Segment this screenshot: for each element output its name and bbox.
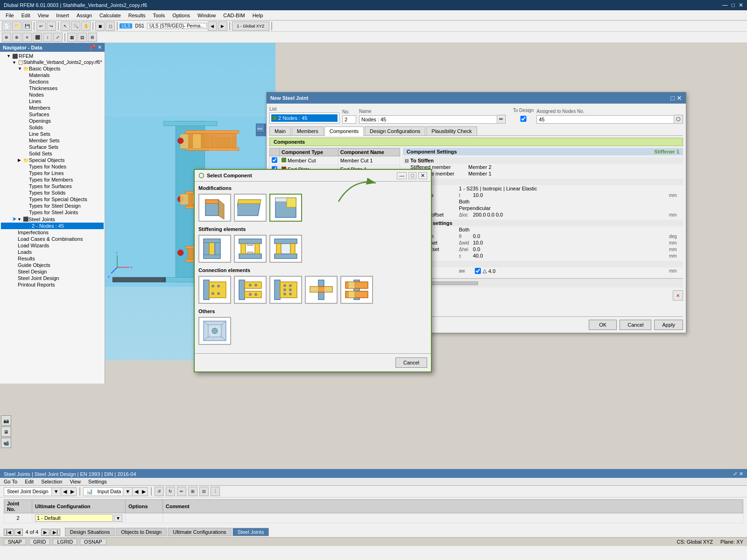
tree-lines[interactable]: Lines [1,98,104,105]
stiff-icon-3[interactable] [269,235,302,263]
tree-membersets[interactable]: Member Sets [1,137,104,144]
minimize-btn[interactable]: — [722,2,728,8]
tree-load-cases[interactable]: Load Cases & Combinations [1,236,104,242]
tree-nodes[interactable]: Nodes [1,91,104,98]
bottom-tb-1[interactable]: ↺ [155,487,164,496]
mod-icon-3[interactable] [269,194,302,222]
menu-help[interactable]: Help [249,12,267,19]
cancel-btn[interactable]: Cancel [620,320,651,330]
bottom-table-row-1[interactable]: 2 ▼ [4,513,743,523]
tree-imperfections[interactable]: Imperfections [1,229,104,236]
tab-objects-to-design[interactable]: Objects to Design [116,528,167,536]
bottom-close-btn[interactable]: ✕ [739,471,743,477]
menu-assign[interactable]: Assign [73,12,96,19]
bottom-menu-settings[interactable]: Settings [88,479,107,484]
status-osnap[interactable]: OSNAP [80,539,106,545]
tree-types-special[interactable]: Types for Special Objects [1,196,104,203]
load-combo[interactable]: ULS (STR/GEO)- Perma... [147,23,207,29]
nav-close-btn[interactable]: ✕ [98,44,102,50]
tb-render[interactable]: ◼ [95,21,105,31]
tree-solidsets[interactable]: Solid Sets [1,150,104,157]
nav-next[interactable]: ▶ [41,529,49,536]
section-toggle-stiffen[interactable]: ⊟ To Stiffen [403,157,683,164]
status-grid[interactable]: GRID [29,539,50,545]
tab-components[interactable]: Components [324,126,364,136]
tree-rfem[interactable]: ▼ ⬛ RFEM [1,53,104,59]
mod-icon-1[interactable] [198,194,231,222]
comp-row-1[interactable]: Member Cut Member Cut 1 [270,156,400,165]
nav-first[interactable]: |◀ [4,529,14,536]
bottom-tb-6[interactable]: ⋮ [211,487,220,496]
stiff-icon-2[interactable] [234,235,267,263]
tree-printout[interactable]: Printout Reports [1,281,104,288]
conn-icon-5[interactable] [340,276,373,304]
tb-next[interactable]: ▶ [218,21,227,31]
tb-coord[interactable]: 1 - Global XYZ [232,21,269,31]
list-item-1[interactable]: 2 Nodes : 45 [271,114,338,122]
bottom-dropdown-arrow[interactable]: ▼ [51,488,61,495]
tb-prev[interactable]: ◀ [208,21,217,31]
tree-arrow-basic[interactable]: ▼ [18,66,23,71]
tree-basic-objects[interactable]: ▼ 📁 Basic Objects [1,65,104,72]
tree-project[interactable]: ▼ 📋 Stahlhalle_Verband_Joints2_copy.rf6* [1,59,104,65]
section-toggle-plate[interactable]: ⊟ Plate [403,179,683,185]
menu-view[interactable]: View [34,12,53,19]
tb2-4[interactable]: ⬛ [33,33,42,42]
bottom-menu-selection[interactable]: Selection [41,479,62,484]
conn-icon-3[interactable] [269,276,302,304]
tree-types-lines[interactable]: Types for Lines [1,170,104,176]
tb2-7[interactable]: ▦ [67,33,77,42]
tree-types-nodes[interactable]: Types for Nodes [1,163,104,170]
tree-arrow-rfem[interactable]: ▼ [7,54,12,58]
close-btn[interactable]: ✕ [739,2,743,8]
no-input[interactable] [342,115,356,124]
tree-openings[interactable]: Openings [1,118,104,124]
tab-design-config[interactable]: Design Configurations [365,126,425,135]
tree-surfaces[interactable]: Surfaces [1,111,104,118]
conn-icon-2[interactable] [234,276,267,304]
tree-types-solids[interactable]: Types for Solids [1,189,104,196]
tb-save[interactable]: 💾 [22,21,32,31]
weld-checkbox[interactable] [475,268,481,274]
tree-steel-joints[interactable]: ➤ ▼ ⬛ Steel Joints [1,216,104,223]
tree-materials[interactable]: Materials [1,72,104,78]
conn-icon-1[interactable] [198,276,231,304]
bottom-data-arrow[interactable]: ▼ [123,488,132,495]
tb2-9[interactable]: ⊞ [88,33,97,42]
stiff-icon-1[interactable] [198,235,231,263]
tab-main[interactable]: Main [269,126,291,135]
tree-types-steel-design[interactable]: Types for Steel Design [1,203,104,209]
nav-last[interactable]: ▶| [50,529,60,536]
menu-window[interactable]: Window [194,12,219,19]
to-design-checkbox[interactable] [513,116,534,122]
menu-options[interactable]: Options [169,12,194,19]
dialog-close-btn[interactable]: ✕ [677,94,682,102]
bottom-menu-view[interactable]: View [70,479,81,484]
tb-zoom[interactable]: 🔍 [71,21,80,31]
name-input[interactable] [359,115,497,124]
conn-icon-4[interactable] [305,276,338,304]
tree-arrow-steel-joints[interactable]: ▼ [17,217,23,222]
tab-members[interactable]: Members [292,126,324,135]
select-comp-minimize[interactable]: — [397,172,407,179]
bottom-dropdown-next[interactable]: ▶ [69,488,76,496]
tb-redo[interactable]: ↪ [47,21,56,31]
nav-prev[interactable]: ◀ [14,529,23,536]
tree-loads[interactable]: Loads [1,249,104,255]
tab-steel-joints-bottom[interactable]: Steel Joints [233,528,269,536]
tree-steel-joint-design[interactable]: Steel Joint Design [1,275,104,281]
tb-new[interactable]: 📄 [2,21,11,31]
camera-btn[interactable]: 📷 [1,415,11,426]
menu-file[interactable]: File [2,12,18,19]
tab-design-situations[interactable]: Design Situations [65,528,115,536]
dialog-maximize-btn[interactable]: □ [671,94,675,102]
tree-solids[interactable]: Solids [1,124,104,131]
config-input[interactable] [35,514,113,522]
tree-load-wizards[interactable]: Load Wizards [1,242,104,249]
bottom-menu-edit[interactable]: Edit [25,479,34,484]
bottom-tb-5[interactable]: ⊟ [199,487,209,496]
menu-cadbim[interactable]: CAD-BIM [219,12,248,19]
tree-sections[interactable]: Sections [1,78,104,85]
tree-arrow-special[interactable]: ▶ [18,158,23,162]
status-lgrid[interactable]: LGRID [53,539,77,545]
